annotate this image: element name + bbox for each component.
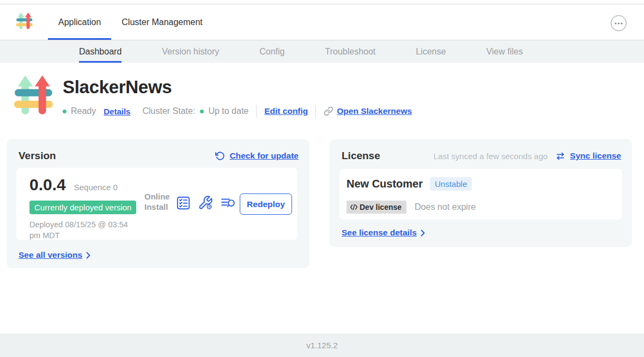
subnav-tab-config-label: Config (259, 47, 284, 57)
subnav-tab-license[interactable]: License (416, 40, 446, 63)
tab-application-label: Application (58, 17, 101, 27)
install-type-label: Online Install (144, 192, 174, 213)
see-all-versions-link[interactable]: See all versions (19, 250, 90, 260)
sync-arrows-icon (555, 151, 566, 161)
license-card-title: License (342, 150, 380, 162)
app-subnav: Dashboard Version history Config Trouble… (0, 40, 644, 63)
main-content: SlackerNews Ready Details Cluster State:… (0, 63, 644, 334)
wrench-gear-icon (198, 195, 213, 210)
license-card: License Last synced a few seconds ago Sy… (330, 139, 632, 247)
header-tabs: Application Cluster Management (48, 4, 213, 40)
version-card: Version Check for update 0.0.4 (7, 139, 309, 268)
lines-magnifier-icon (220, 196, 236, 210)
version-action-icons (176, 192, 236, 214)
app-logo-large (12, 75, 56, 123)
cluster-state-dot (200, 110, 204, 113)
check-for-update-link[interactable]: Check for update (215, 151, 299, 161)
admin-console-screen: Application Cluster Management Dashboard… (0, 0, 644, 357)
subnav-tab-view-files-label: View files (486, 47, 523, 57)
channel-badge: Unstable (430, 177, 472, 191)
subnav-tab-version-history[interactable]: Version history (162, 40, 219, 63)
edit-config-link[interactable]: Edit config (264, 106, 308, 116)
current-version-panel: 0.0.4 Sequence 0 Currently deployed vers… (16, 168, 297, 240)
checklist-icon (176, 196, 191, 210)
sequence-label: Sequence 0 (74, 183, 118, 192)
chevron-right-icon (421, 229, 425, 237)
app-overview: SlackerNews Ready Details Cluster State:… (12, 75, 412, 123)
cluster-state-value: Up to date (208, 106, 248, 116)
open-app-link-label: Open Slackernews (337, 106, 412, 116)
overflow-menu-button[interactable] (611, 15, 627, 31)
version-card-title: Version (19, 150, 56, 162)
sync-license-label[interactable]: Sync license (570, 151, 621, 161)
refresh-icon (215, 151, 225, 161)
chevron-right-icon (86, 252, 90, 259)
tab-application[interactable]: Application (48, 4, 111, 40)
license-type-badge: Dev license (347, 201, 406, 214)
edit-config-button[interactable] (198, 195, 213, 210)
chain-link-icon (324, 106, 333, 116)
subnav-tab-troubleshoot-label: Troubleshoot (325, 47, 375, 57)
subnav-tab-view-files[interactable]: View files (486, 40, 523, 63)
license-type-badge-label: Dev license (360, 203, 402, 211)
divider (315, 105, 316, 117)
check-for-update-label: Check for update (229, 151, 299, 161)
subnav-tab-version-history-label: Version history (162, 47, 219, 57)
see-license-details-label: See license details (342, 228, 417, 238)
app-footer: v1.125.2 (0, 334, 644, 357)
deployed-timestamp: Deployed 08/15/25 @ 03:54 pm MDT (29, 220, 136, 241)
redeploy-button[interactable]: Redeploy (240, 193, 292, 215)
app-logo-icon (15, 12, 34, 33)
see-all-versions-label: See all versions (19, 250, 82, 260)
preflight-checks-button[interactable] (176, 196, 191, 210)
last-synced-label: Last synced a few seconds ago (434, 152, 548, 161)
cluster-state-label: Cluster State: (142, 106, 195, 116)
deployed-status-badge: Currently deployed version (29, 201, 136, 214)
open-app-link[interactable]: Open Slackernews (324, 106, 412, 116)
top-divider (0, 0, 644, 4)
license-detail-panel: New Customer Unstable Dev license (339, 169, 622, 220)
app-status-dot (63, 110, 66, 113)
license-expiration: Does not expire (415, 202, 476, 212)
customer-name: New Customer (347, 178, 423, 190)
subnav-tab-troubleshoot[interactable]: Troubleshoot (325, 40, 375, 63)
subnav-tab-dashboard-label: Dashboard (79, 47, 121, 57)
subnav-tab-config[interactable]: Config (259, 40, 284, 63)
code-brackets-icon (350, 204, 358, 210)
view-logs-button[interactable] (220, 196, 236, 210)
subnav-tab-license-label: License (416, 47, 446, 57)
divider (256, 105, 257, 117)
tab-cluster-management[interactable]: Cluster Management (111, 4, 213, 40)
console-version-label: v1.125.2 (306, 341, 338, 350)
subnav-tab-dashboard[interactable]: Dashboard (79, 40, 121, 63)
app-header: Application Cluster Management (0, 4, 644, 40)
tab-cluster-management-label: Cluster Management (121, 17, 203, 27)
ellipsis-icon (615, 22, 623, 25)
version-number: 0.0.4 (29, 176, 66, 194)
status-details-link[interactable]: Details (104, 107, 130, 116)
see-license-details-link[interactable]: See license details (342, 228, 425, 238)
sync-license-link[interactable] (555, 151, 566, 161)
app-status-label: Ready (71, 106, 96, 116)
page-title: SlackerNews (63, 77, 412, 97)
dashboard-cards: Version Check for update 0.0.4 (7, 139, 632, 268)
app-status-row: Ready Details Cluster State: Up to date … (63, 105, 412, 117)
